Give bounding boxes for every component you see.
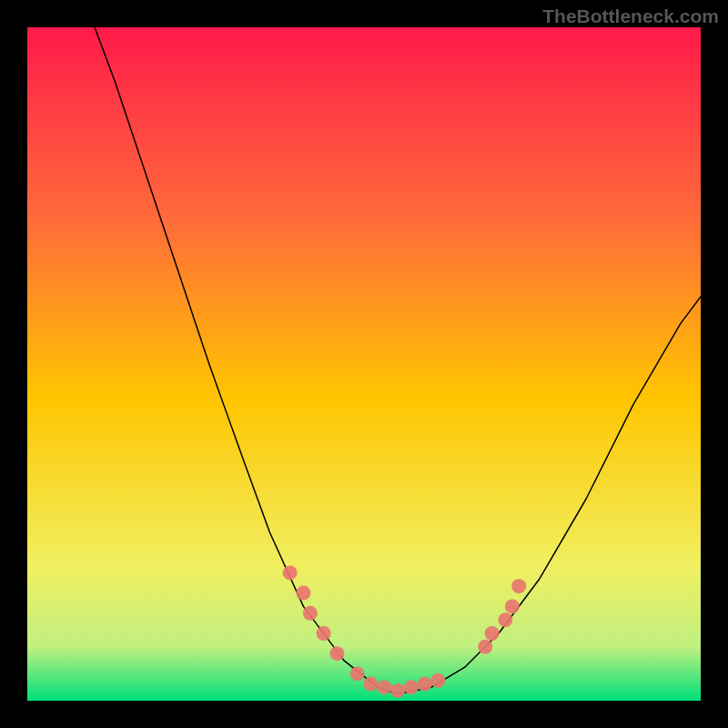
highlight-dot xyxy=(329,646,344,661)
gradient-background xyxy=(27,27,701,701)
highlight-dot xyxy=(350,666,365,681)
highlight-dot xyxy=(511,579,526,593)
highlight-dot xyxy=(363,677,378,692)
highlight-dot xyxy=(485,626,500,641)
highlight-dot xyxy=(478,640,492,654)
highlight-dot xyxy=(505,599,520,613)
chart-svg xyxy=(27,27,701,701)
highlight-dot xyxy=(418,677,432,692)
plot-area xyxy=(27,27,701,701)
highlight-dot xyxy=(377,680,391,694)
highlight-dot xyxy=(303,606,318,621)
highlight-dot xyxy=(404,680,419,694)
highlight-dot xyxy=(390,683,405,698)
watermark-text: TheBottleneck.com xyxy=(542,5,719,27)
highlight-dot xyxy=(283,565,298,580)
highlight-dot xyxy=(498,612,512,627)
highlight-dot xyxy=(317,626,331,641)
highlight-dot xyxy=(296,586,310,601)
chart-container: TheBottleneck.com xyxy=(0,0,728,728)
highlight-dot xyxy=(430,673,445,688)
